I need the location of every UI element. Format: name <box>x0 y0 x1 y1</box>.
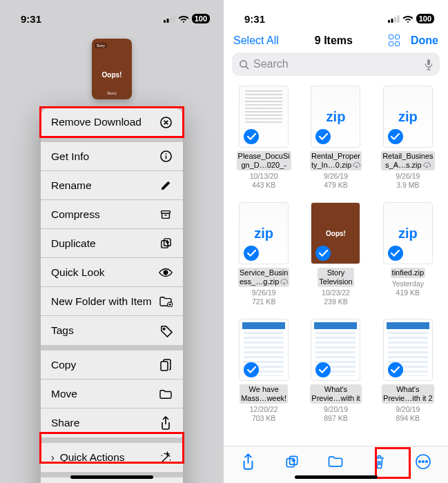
menu-group-4: › Quick Actions <box>41 443 183 472</box>
svg-rect-0 <box>164 20 166 23</box>
menu-separator <box>41 137 183 142</box>
chevron-right-icon: › <box>51 452 55 463</box>
status-bar: 9:31 100 <box>224 0 448 30</box>
file-name: Retail_Business_A…s.zip <box>381 151 434 170</box>
toolbar-delete-button[interactable] <box>364 448 395 475</box>
svg-rect-16 <box>394 17 396 23</box>
svg-rect-17 <box>397 15 399 23</box>
search-icon <box>239 59 249 70</box>
file-item[interactable]: What'sPrevie…with it9/20/19897 KB <box>302 319 369 423</box>
select-all-button[interactable]: Select All <box>233 34 279 47</box>
svg-point-10 <box>164 270 167 274</box>
wand-icon <box>159 451 173 464</box>
file-name: We haveMass…week! <box>240 384 288 404</box>
menu-item-copy[interactable]: Copy <box>41 351 183 379</box>
menu-label: Move <box>51 388 159 400</box>
menu-item-move[interactable]: Move <box>41 379 183 408</box>
thumb-logo-bottom: Story <box>107 91 117 95</box>
file-thumbnail: zip <box>239 202 289 264</box>
svg-point-12 <box>163 328 164 329</box>
file-thumbnail: zip <box>311 86 360 148</box>
nav-bar: Select All 9 Items Done <box>224 30 448 50</box>
menu-label: Tags <box>51 324 159 337</box>
menu-item-quick-actions[interactable]: › Quick Actions <box>41 443 183 472</box>
svg-rect-14 <box>388 20 390 23</box>
search-input[interactable] <box>253 58 420 70</box>
toolbar-duplicate-button[interactable] <box>277 448 307 475</box>
file-name: Rental_Property_In…0.zip <box>310 151 362 170</box>
file-meta: 9/26/193.9 MB <box>396 172 420 190</box>
file-thumbnail <box>239 86 289 148</box>
file-thumbnail: zip <box>383 202 433 264</box>
search-field[interactable] <box>232 52 440 76</box>
file-name: What'sPrevie…with it <box>310 384 361 404</box>
archivebox-icon <box>159 208 173 221</box>
menu-separator <box>41 437 183 443</box>
file-item[interactable]: Oops!StoryTelevision10/23/22239 KB <box>302 202 369 306</box>
mic-icon[interactable] <box>425 59 433 70</box>
file-meta: 10/13/20443 KB <box>250 172 278 190</box>
file-item[interactable]: zipRetail_Business_A…s.zip 9/26/193.9 MB <box>375 86 441 190</box>
status-time: 9:31 <box>21 13 41 25</box>
file-name: Service_Business_…g.zip <box>238 268 289 287</box>
file-item[interactable]: What'sPrevie…ith it 29/20/19894 KB <box>375 319 441 423</box>
status-bar: 9:31 100 <box>0 0 224 30</box>
done-button[interactable]: Done <box>411 34 438 47</box>
toolbar-share-button[interactable] <box>233 448 264 475</box>
info-circle-icon <box>159 150 173 164</box>
menu-item-duplicate[interactable]: Duplicate <box>41 229 183 258</box>
nav-title: 9 Items <box>315 34 353 47</box>
file-meta: 9/26/19721 KB <box>252 288 276 306</box>
menu-label: Quick Look <box>51 266 159 279</box>
menu-label: Compress <box>51 208 159 221</box>
context-menu: Remove Download Get Info Rename Compress… <box>41 108 183 483</box>
menu-item-remove-download[interactable]: Remove Download <box>41 108 183 137</box>
home-indicator <box>70 475 153 479</box>
file-thumbnail: zip <box>383 86 433 148</box>
svg-rect-13 <box>161 362 168 371</box>
menu-item-new-folder[interactable]: New Folder with Item <box>41 287 183 316</box>
file-name: What'sPrevie…ith it 2 <box>382 384 434 404</box>
svg-point-25 <box>426 460 428 462</box>
file-item[interactable]: ziptinfied.zipYesterday419 KB <box>375 202 441 306</box>
file-item[interactable]: zipRental_Property_In…0.zip 9/26/19479 K… <box>302 86 369 190</box>
file-item[interactable]: zipService_Business_…g.zip 9/26/19721 KB <box>231 202 297 306</box>
toolbar-more-button[interactable] <box>408 448 438 475</box>
menu-item-quick-look[interactable]: Quick Look <box>41 258 183 287</box>
file-item[interactable]: We haveMass…week!12/20/22703 KB <box>231 319 297 423</box>
menu-label: Remove Download <box>51 116 159 128</box>
svg-rect-19 <box>427 59 430 65</box>
status-indicators: 100 <box>388 14 434 23</box>
thumb-logo-top: Story <box>95 43 107 48</box>
view-mode-grid-icon[interactable] <box>389 34 401 47</box>
file-name: tinfied.zip <box>391 268 425 278</box>
menu-item-rename[interactable]: Rename <box>41 171 183 200</box>
thumb-title: Oops! <box>102 71 122 79</box>
menu-item-tags[interactable]: Tags <box>41 316 183 345</box>
wifi-icon <box>178 14 189 23</box>
eye-icon <box>159 266 173 279</box>
phone-left-screenshot: 9:31 100 Story Oops! Story Remove Downlo… <box>0 0 224 483</box>
menu-label: New Folder with Item <box>51 295 159 308</box>
svg-rect-1 <box>166 19 168 23</box>
svg-point-18 <box>240 60 246 66</box>
copy-icon <box>159 358 173 372</box>
svg-rect-2 <box>170 17 172 23</box>
menu-group-3: Copy Move Share <box>41 351 183 437</box>
file-thumbnail: Oops! <box>311 202 360 264</box>
menu-item-get-info[interactable]: Get Info <box>41 142 183 171</box>
menu-item-compress[interactable]: Compress <box>41 200 183 229</box>
folder-icon <box>159 387 173 401</box>
file-item[interactable]: Please_DocuSign_D…020_-10/13/20443 KB <box>231 86 297 190</box>
file-thumbnail <box>383 319 433 381</box>
menu-item-share[interactable]: Share <box>41 408 183 437</box>
svg-point-24 <box>422 460 425 462</box>
svg-point-6 <box>165 153 166 155</box>
phone-right-screenshot: 9:31 100 Select All 9 Items Done Please_… <box>224 0 448 483</box>
status-time: 9:31 <box>244 13 265 25</box>
file-meta: 9/20/19894 KB <box>396 405 420 423</box>
svg-rect-3 <box>173 15 175 23</box>
folder-plus-icon <box>159 295 173 308</box>
files-grid: Please_DocuSign_D…020_-10/13/20443 KBzip… <box>224 81 448 423</box>
toolbar-move-button[interactable] <box>320 448 351 475</box>
